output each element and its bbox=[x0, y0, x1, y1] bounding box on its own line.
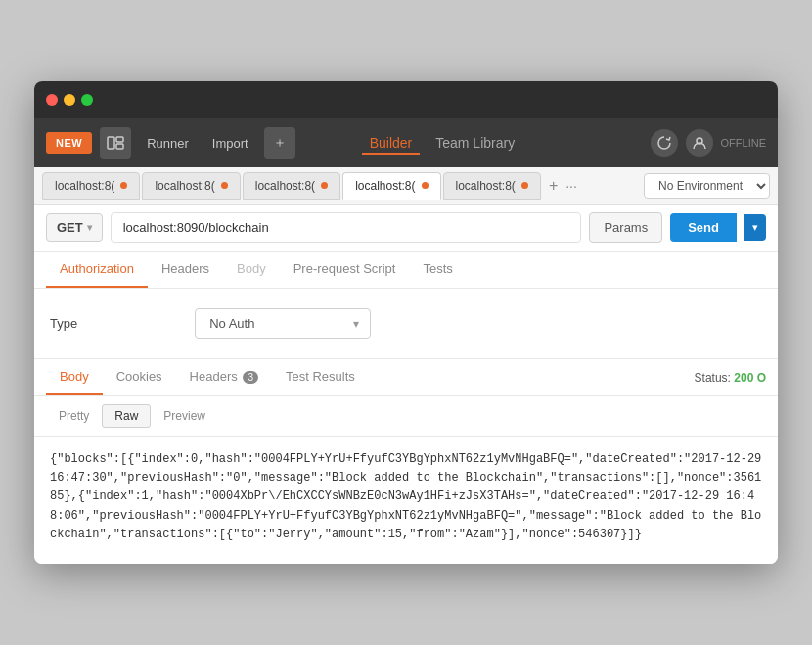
request-tabs: Authorization Headers Body Pre-request S… bbox=[34, 252, 778, 289]
tabs-bar: localhost:8( localhost:8( localhost:8( l… bbox=[34, 167, 778, 205]
tab-label-3: localhost:8( bbox=[355, 179, 415, 193]
auth-type-row: Type No Auth ▾ bbox=[50, 308, 762, 339]
auth-type-dropdown-wrapper: No Auth ▾ bbox=[195, 308, 371, 339]
method-label: GET bbox=[57, 220, 83, 235]
traffic-lights bbox=[46, 94, 93, 106]
headers-tab-label: Headers bbox=[190, 369, 238, 384]
new-tab-icon-button[interactable]: ＋ bbox=[264, 127, 295, 159]
offline-status: OFFLINE bbox=[721, 137, 766, 149]
layout-icon-button[interactable] bbox=[100, 127, 131, 159]
tab-tests[interactable]: Tests bbox=[409, 252, 466, 288]
resp-tab-body[interactable]: Body bbox=[46, 359, 103, 395]
status-area: Status: 200 O bbox=[695, 371, 766, 385]
send-arrow-button[interactable]: ▾ bbox=[744, 214, 766, 241]
minimize-button[interactable] bbox=[64, 94, 75, 106]
tab-headers[interactable]: Headers bbox=[148, 252, 223, 288]
tab-2[interactable]: localhost:8( bbox=[243, 172, 340, 200]
svg-rect-0 bbox=[108, 137, 114, 149]
sync-icon bbox=[657, 136, 671, 150]
maximize-button[interactable] bbox=[81, 94, 93, 106]
svg-rect-1 bbox=[116, 137, 123, 142]
raw-tab[interactable]: Raw bbox=[102, 404, 151, 428]
user-icon bbox=[693, 136, 706, 150]
toolbar-right: OFFLINE bbox=[651, 129, 766, 157]
url-bar: GET ▾ Params Send ▾ bbox=[34, 205, 778, 252]
tab-1[interactable]: localhost:8( bbox=[142, 172, 240, 200]
tab-4[interactable]: localhost:8( bbox=[443, 172, 541, 200]
tab-label-1: localhost:8( bbox=[155, 179, 214, 193]
tab-0[interactable]: localhost:8( bbox=[42, 172, 140, 200]
titlebar bbox=[34, 81, 778, 118]
headers-badge: 3 bbox=[243, 371, 258, 384]
toolbar: NEW Runner Import ＋ Builder Team Library bbox=[34, 118, 778, 167]
sync-icon-button[interactable] bbox=[651, 129, 678, 157]
status-label: Status: bbox=[695, 371, 731, 385]
auth-section: Type No Auth ▾ bbox=[34, 289, 778, 359]
tab-dot-0 bbox=[120, 182, 127, 189]
builder-tab[interactable]: Builder bbox=[362, 131, 421, 155]
import-button[interactable]: Import bbox=[204, 132, 256, 155]
tab-label-0: localhost:8( bbox=[55, 179, 114, 193]
resp-tab-headers[interactable]: Headers 3 bbox=[176, 359, 272, 395]
pretty-tab[interactable]: Pretty bbox=[46, 404, 102, 428]
tab-pre-request[interactable]: Pre-request Script bbox=[280, 252, 410, 288]
more-tabs-button[interactable]: ··· bbox=[565, 178, 577, 194]
main-window: NEW Runner Import ＋ Builder Team Library bbox=[34, 81, 778, 564]
response-body: {"blocks":[{"index":0,"hash":"0004FPLY+Y… bbox=[34, 437, 778, 564]
svg-rect-2 bbox=[116, 144, 123, 149]
tab-authorization[interactable]: Authorization bbox=[46, 252, 148, 288]
runner-button[interactable]: Runner bbox=[139, 132, 197, 155]
layout-icon bbox=[107, 136, 124, 150]
send-button[interactable]: Send bbox=[670, 213, 737, 242]
auth-type-dropdown[interactable]: No Auth bbox=[195, 308, 371, 339]
chevron-down-icon: ▾ bbox=[752, 221, 758, 233]
tab-label-4: localhost:8( bbox=[456, 179, 516, 193]
preview-tab[interactable]: Preview bbox=[151, 404, 218, 428]
tab-3[interactable]: localhost:8( bbox=[342, 172, 440, 200]
method-dropdown[interactable]: GET ▾ bbox=[46, 213, 103, 242]
tab-dot-1 bbox=[221, 182, 228, 189]
tab-body[interactable]: Body bbox=[223, 252, 280, 288]
method-chevron-icon: ▾ bbox=[87, 222, 92, 233]
user-icon-button[interactable] bbox=[686, 129, 713, 157]
auth-type-label: Type bbox=[50, 316, 77, 331]
url-input[interactable] bbox=[111, 212, 582, 243]
add-tab-button[interactable]: + bbox=[543, 177, 564, 195]
params-button[interactable]: Params bbox=[589, 212, 662, 243]
body-tabs: Pretty Raw Preview bbox=[34, 396, 778, 437]
tab-dot-4 bbox=[521, 182, 528, 189]
response-tabs-bar: Body Cookies Headers 3 Test Results Stat… bbox=[34, 359, 778, 396]
status-value: 200 O bbox=[734, 371, 766, 385]
team-library-button[interactable]: Team Library bbox=[435, 135, 515, 151]
tab-dot-2 bbox=[321, 182, 328, 189]
new-button[interactable]: NEW bbox=[46, 132, 92, 154]
tab-label-2: localhost:8( bbox=[255, 179, 315, 193]
close-button[interactable] bbox=[46, 94, 58, 106]
environment-dropdown[interactable]: No Environment bbox=[644, 173, 770, 199]
resp-tab-cookies[interactable]: Cookies bbox=[103, 359, 176, 395]
resp-tab-test-results[interactable]: Test Results bbox=[272, 359, 369, 395]
tab-dot-3 bbox=[422, 182, 429, 189]
